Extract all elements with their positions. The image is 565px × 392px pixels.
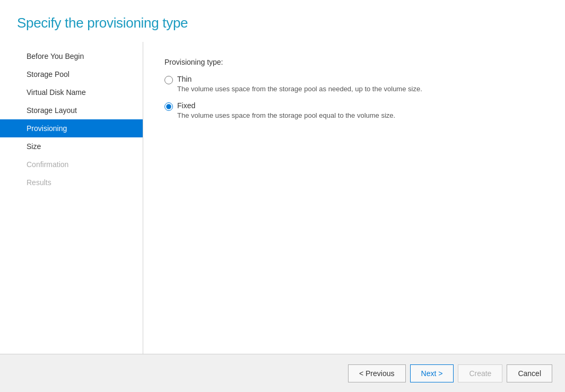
fixed-option: Fixed The volume uses space from the sto… <box>164 101 544 119</box>
thin-option: Thin The volume uses space from the stor… <box>164 75 544 93</box>
fixed-label[interactable]: Fixed <box>177 101 395 110</box>
previous-button[interactable]: < Previous <box>348 364 406 382</box>
dialog-title: Specify the provisioning type <box>17 15 548 31</box>
provisioning-type-label: Provisioning type: <box>164 58 544 66</box>
sidebar-item-results: Results <box>0 173 143 191</box>
fixed-radio[interactable] <box>164 102 173 111</box>
sidebar-item-storage-layout[interactable]: Storage Layout <box>0 101 143 119</box>
fixed-desc: The volume uses space from the storage p… <box>177 111 395 119</box>
sidebar-item-confirmation: Confirmation <box>0 155 143 173</box>
dialog-body: Before You Begin Storage Pool Virtual Di… <box>0 42 565 354</box>
thin-label[interactable]: Thin <box>177 75 422 83</box>
dialog-footer: < Previous Next > Create Cancel <box>0 354 565 392</box>
create-button[interactable]: Create <box>458 364 502 382</box>
content-area: Provisioning type: Thin The volume uses … <box>143 42 565 354</box>
cancel-button[interactable]: Cancel <box>507 364 552 382</box>
dialog: Specify the provisioning type Before You… <box>0 0 565 392</box>
sidebar: Before You Begin Storage Pool Virtual Di… <box>0 42 143 354</box>
dialog-header: Specify the provisioning type <box>0 0 565 42</box>
thin-desc: The volume uses space from the storage p… <box>177 85 422 93</box>
sidebar-item-virtual-disk-name[interactable]: Virtual Disk Name <box>0 83 143 101</box>
sidebar-item-size[interactable]: Size <box>0 137 143 155</box>
sidebar-item-provisioning[interactable]: Provisioning <box>0 119 143 137</box>
next-button[interactable]: Next > <box>410 364 454 382</box>
sidebar-item-before-you-begin[interactable]: Before You Begin <box>0 47 143 65</box>
sidebar-item-storage-pool[interactable]: Storage Pool <box>0 65 143 83</box>
thin-radio[interactable] <box>164 76 173 84</box>
